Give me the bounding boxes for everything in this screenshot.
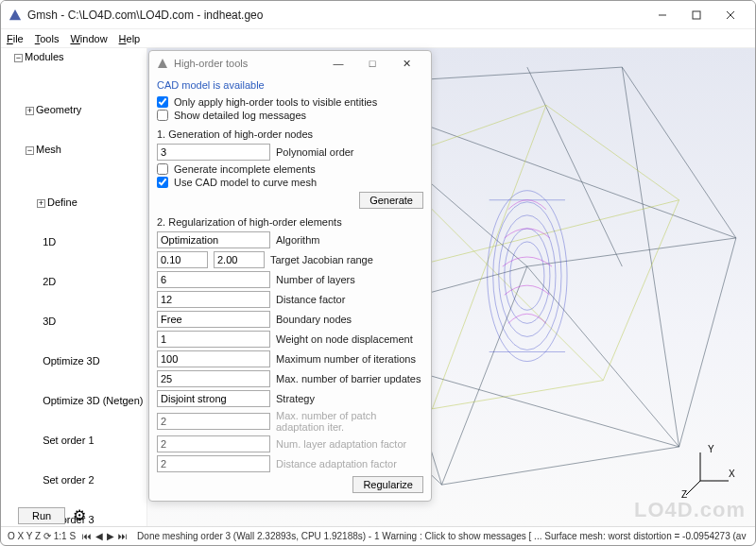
svg-line-7 xyxy=(527,67,622,266)
svg-point-29 xyxy=(510,242,544,310)
max-barrier-updates-label: Max. number of barrier updates xyxy=(276,373,421,384)
svg-marker-38 xyxy=(158,59,167,68)
svg-line-34 xyxy=(686,481,700,495)
jacobian-max-input[interactable] xyxy=(214,251,265,268)
regularize-button[interactable]: Regularize xyxy=(352,476,423,493)
svg-point-28 xyxy=(505,229,550,323)
cad-available-label: CAD model is available xyxy=(157,77,423,94)
close-button[interactable] xyxy=(713,4,747,26)
dialog-app-icon xyxy=(157,58,168,69)
chk-use-cad-model[interactable]: Use CAD model to curve mesh xyxy=(157,177,423,188)
menu-file[interactable]: File xyxy=(7,33,24,44)
menubar: File Tools Window Help xyxy=(1,29,755,48)
tree-2d[interactable]: 2D xyxy=(37,275,145,288)
strategy-label: Strategy xyxy=(276,393,315,404)
status-prev-icon[interactable]: ◀ xyxy=(95,531,103,541)
weight-node-disp-label: Weight on node displacement xyxy=(276,333,413,345)
algorithm-select[interactable]: Optimization xyxy=(157,231,270,248)
chk-detailed-log[interactable]: Show detailed log messages xyxy=(157,110,423,121)
boundary-nodes-select[interactable]: Free xyxy=(157,311,270,328)
svg-line-17 xyxy=(546,105,679,199)
tree-geometry[interactable]: +Geometry xyxy=(26,103,145,116)
sidebar: −Modules +Geometry −Mesh +Define 1D 2D 3… xyxy=(1,48,147,526)
status-next-icon[interactable]: ▶ xyxy=(107,531,114,541)
layer-adapt-factor-input xyxy=(157,435,270,452)
svg-line-19 xyxy=(432,381,603,409)
jacobian-label: Target Jacobian range xyxy=(270,254,373,265)
tree-optimize3d[interactable]: Optimize 3D xyxy=(37,354,145,367)
status-message[interactable]: Done meshing order 3 (Wall 2.32893s, CPU… xyxy=(137,531,746,541)
dialog-close-button[interactable]: ✕ xyxy=(389,52,423,75)
titlebar: Gmsh - C:\LO4D.com\LO4D.com - indheat.ge… xyxy=(1,1,755,29)
distance-adapt-factor-input xyxy=(157,455,270,472)
svg-line-10 xyxy=(441,266,526,485)
tree-set-order-2[interactable]: Set order 2 xyxy=(37,473,145,486)
layers-input[interactable] xyxy=(157,271,270,288)
maximize-button[interactable] xyxy=(679,4,713,26)
polynomial-order-input[interactable] xyxy=(157,144,270,161)
svg-marker-0 xyxy=(9,9,21,19)
status-view-buttons[interactable]: O X Y Z ⟳ 1:1 S xyxy=(5,531,78,541)
layer-adapt-factor-label: Num. layer adaptation factor xyxy=(276,438,406,450)
weight-node-disp-input[interactable] xyxy=(157,331,270,348)
distance-factor-label: Distance factor xyxy=(276,294,345,305)
dialog-maximize-button[interactable]: □ xyxy=(355,52,389,75)
menu-window[interactable]: Window xyxy=(70,33,107,44)
svg-line-8 xyxy=(527,238,736,266)
patch-adapt-iter-input xyxy=(157,413,270,430)
menu-help[interactable]: Help xyxy=(119,33,141,44)
dialog-title: High-order tools xyxy=(174,58,321,69)
minimize-button[interactable] xyxy=(645,4,679,26)
boundary-nodes-label: Boundary nodes xyxy=(276,314,352,325)
tree-define[interactable]: +Define xyxy=(37,196,145,209)
strategy-select[interactable]: Disjoint strong xyxy=(157,390,270,407)
tree-modules[interactable]: −Modules +Geometry −Mesh +Define 1D 2D 3… xyxy=(14,50,145,526)
distance-factor-input[interactable] xyxy=(157,291,270,308)
gear-icon[interactable]: ⚙ xyxy=(73,506,86,524)
tree-3d[interactable]: 3D xyxy=(37,315,145,328)
jacobian-min-input[interactable] xyxy=(157,251,208,268)
tree-1d[interactable]: 1D xyxy=(37,235,145,248)
bottom-buttons: Run ⚙ xyxy=(18,506,86,524)
section-1-heading: 1. Generation of high-order nodes xyxy=(157,128,423,140)
chk-incomplete-elements[interactable]: Generate incomplete elements xyxy=(157,163,423,175)
polynomial-order-label: Polynomial order xyxy=(276,146,354,158)
window-title: Gmsh - C:\LO4D.com\LO4D.com - indheat.ge… xyxy=(27,9,645,22)
watermark: LO4D.com xyxy=(634,498,746,522)
statusbar: O X Y Z ⟳ 1:1 S ⏮ ◀ ▶ ⏭ Done meshing ord… xyxy=(1,526,755,545)
tree-set-order-1[interactable]: Set order 1 xyxy=(37,434,145,447)
dialog-minimize-button[interactable]: — xyxy=(321,52,355,75)
chk-visible-entities[interactable]: Only apply high-order tools to visible e… xyxy=(157,96,423,108)
svg-line-18 xyxy=(603,200,679,381)
patch-adapt-iter-label: Max. number of patch adaptation iter. xyxy=(276,410,423,433)
svg-rect-2 xyxy=(693,11,700,19)
status-end-icon[interactable]: ⏭ xyxy=(118,531,128,541)
run-button[interactable]: Run xyxy=(18,507,65,524)
layers-label: Number of layers xyxy=(276,274,355,285)
svg-point-25 xyxy=(488,191,567,362)
distance-adapt-factor-label: Distance adaptation factor xyxy=(276,458,397,469)
svg-line-13 xyxy=(622,67,679,447)
max-barrier-updates-input[interactable] xyxy=(157,370,270,387)
algorithm-label: Algorithm xyxy=(276,234,319,246)
max-iterations-label: Maximum number of iterations xyxy=(276,353,416,365)
tree-mesh[interactable]: −Mesh +Define 1D 2D 3D Optimize 3D Optim… xyxy=(26,143,145,526)
status-play-icon[interactable]: ⏮ xyxy=(82,531,92,541)
svg-point-27 xyxy=(499,215,556,337)
max-iterations-input[interactable] xyxy=(157,350,270,367)
svg-text:X: X xyxy=(729,469,735,479)
svg-text:Y: Y xyxy=(708,444,714,454)
axes-gizmo: Y X Z xyxy=(681,443,738,500)
generate-button[interactable]: Generate xyxy=(359,192,423,209)
high-order-tools-dialog: High-order tools — □ ✕ CAD model is avai… xyxy=(148,50,432,502)
tree-optimize3d-netgen[interactable]: Optimize 3D (Netgen) xyxy=(37,394,145,407)
app-icon xyxy=(9,9,22,22)
section-2-heading: 2. Regularization of high-order elements xyxy=(157,216,423,228)
menu-tools[interactable]: Tools xyxy=(35,33,60,44)
